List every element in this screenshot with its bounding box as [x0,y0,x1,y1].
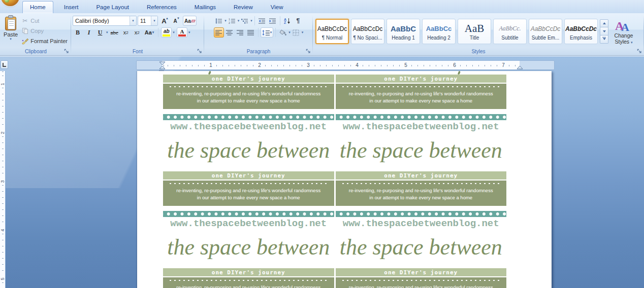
clipboard-group: Paste ▾ ✂ Cut Copy Format Painter [1,14,71,55]
numbering-dropdown-arrow[interactable]: ▾ [238,19,240,22]
clear-formatting-glyph: Aa [184,18,191,24]
format-painter-button[interactable]: Format Painter [19,37,70,46]
style-label: Subtle Em... [532,35,559,41]
bold-button[interactable]: B [73,27,83,38]
line-spacing-dropdown-arrow[interactable]: ▾ [270,30,272,34]
label-script-title: the space between [336,133,507,168]
tab-references[interactable]: References [140,2,184,13]
italic-button[interactable]: I [84,27,94,38]
increase-indent-button[interactable] [268,16,278,26]
tagline-dotted-rule [341,86,501,88]
style-chip-heading-1[interactable]: AaBbCHeading 1 [387,19,420,44]
multilevel-dropdown-arrow[interactable]: ▾ [250,19,252,22]
tab-selector-button[interactable] [1,60,8,69]
style-chip-normal[interactable]: AaBbCcDc¶ Normal [315,19,349,44]
bullets-button[interactable] [214,16,224,26]
word-application-window: { "ribbon": { "tabs": [ {"label": "Home"… [0,0,644,288]
hruler-number: 3 [306,62,311,68]
style-label: Subtitle [501,35,518,41]
document-page[interactable]: one DIYer's journeyone DIYer's journeyre… [137,71,552,288]
multilevel-list-button[interactable] [240,16,250,26]
font-name-dropdown-arrow[interactable]: ▾ [130,16,136,25]
grow-font-button[interactable]: A▲ [159,16,169,26]
copy-button[interactable]: Copy [19,26,70,35]
tab-insert[interactable]: Insert [57,2,86,13]
sort-button[interactable]: AZ [282,16,293,26]
change-styles-button[interactable]: AA Change Styles ▾ [610,17,637,46]
align-left-button[interactable] [214,27,224,38]
styles-scroll-down-button[interactable] [600,27,608,35]
bullets-dropdown-arrow[interactable]: ▾ [224,19,227,22]
format-painter-label: Format Painter [30,38,68,44]
label-dots-band [336,114,507,120]
styles-group-label: Styles [471,49,485,54]
decrease-indent-button[interactable] [257,16,267,26]
font-color-button[interactable]: A [177,27,187,38]
justify-button[interactable] [246,27,256,38]
borders-button[interactable] [291,27,301,38]
tab-view[interactable]: View [264,2,291,13]
highlight-glyph: ab [164,29,170,34]
font-size-combobox[interactable]: 11 ▾ [138,16,158,26]
clear-formatting-button[interactable]: Aa [183,16,197,26]
borders-dropdown-arrow[interactable]: ▾ [302,31,304,34]
subscript-button[interactable]: x2 [121,27,131,38]
paste-button[interactable]: Paste ▾ [2,15,19,48]
shading-dropdown-arrow[interactable]: ▾ [288,31,291,34]
highlight-dropdown-arrow[interactable]: ▾ [173,31,175,34]
style-chip-no-spaci[interactable]: AaBbCcDc¶ No Spaci... [351,19,384,44]
divider [254,16,255,25]
font-size-dropdown-arrow[interactable]: ▾ [151,16,157,25]
tab-review[interactable]: Review [227,2,260,13]
tagline-dotted-rule [168,86,329,88]
highlight-button[interactable]: ab [161,27,172,38]
style-chip-subtle-em[interactable]: AaBbCcDcSubtle Em... [529,19,562,44]
strikethrough-button[interactable]: abc [109,27,120,38]
tagline-dotted-rule [341,183,501,185]
style-chip-heading-2[interactable]: AaBbCcHeading 2 [422,19,456,44]
font-color-dropdown-arrow[interactable]: ▾ [188,31,190,34]
change-case-dropdown-arrow[interactable]: ▾ [152,30,154,34]
label-unit: one DIYer's journeyone DIYer's journeyre… [163,75,506,168]
vruler-number: 5 [0,276,5,282]
label-band-title: one DIYer's journey [163,171,334,179]
line-spacing-button[interactable]: ▾ [261,27,274,38]
underline-dropdown-arrow[interactable]: ▾ [106,31,108,34]
tab-home[interactable]: Home [22,1,53,13]
underline-button[interactable]: U [95,27,105,38]
styles-dialog-launcher[interactable] [636,48,642,54]
tagline-line2: in our attempt to make every new space a… [369,195,472,201]
shrink-font-button[interactable]: A▼ [170,16,180,26]
change-case-button[interactable]: Aa▾ [143,27,156,38]
hanging-indent-marker[interactable] [159,65,166,69]
tagline-line2: in our attempt to make every new space a… [197,98,300,104]
style-chip-subtitle[interactable]: AaBbCc.Subtitle [493,19,527,44]
superscript-button[interactable]: x2 [132,27,142,38]
clipboard-dialog-launcher[interactable] [63,48,70,54]
right-indent-marker[interactable] [517,65,523,69]
align-center-button[interactable] [224,27,235,38]
shading-button[interactable] [278,27,288,38]
label-dots-band [163,114,334,120]
hruler-number: 6 [452,62,457,68]
cut-label: Cut [30,18,39,24]
styles-scroll-up-button[interactable] [600,19,608,27]
paragraph-dialog-launcher[interactable] [305,48,311,54]
numbering-button[interactable]: 12 [227,16,237,26]
font-name-combobox[interactable]: Calibri (Body) ▾ [73,16,137,26]
cut-button[interactable]: ✂ Cut [19,16,70,25]
style-chip-emphasis[interactable]: AaBbCcDcEmphasis [564,19,598,44]
office-button[interactable] [1,0,19,6]
tab-page-layout[interactable]: Page Layout [89,2,136,13]
font-dialog-launcher[interactable] [197,48,203,54]
style-label: Title [470,35,479,41]
document-area: 1234567 12345 one DIYer's journeyone DIY… [0,56,644,288]
styles-more-button[interactable] [600,35,608,44]
tagline-line2: in our attempt to make every new space a… [369,98,472,104]
paste-dropdown-arrow[interactable]: ▾ [10,38,12,41]
align-right-button[interactable] [235,27,245,38]
first-line-indent-marker[interactable] [159,61,166,65]
tab-mailings[interactable]: Mailings [187,2,223,13]
show-hide-pilcrow-button[interactable]: ¶ [293,16,303,26]
style-chip-title[interactable]: AaBTitle [458,19,491,44]
